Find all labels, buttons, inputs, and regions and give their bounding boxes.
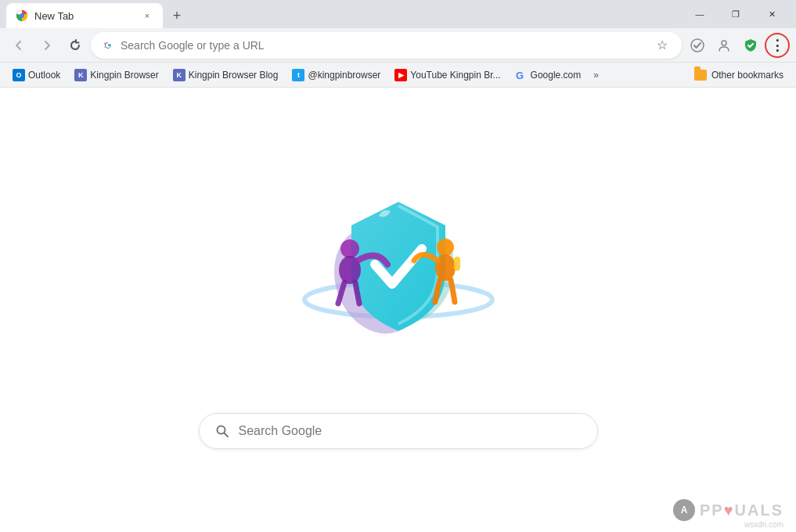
bookmark-kingpin-blog[interactable]: K Kingpin Browser Blog	[167, 66, 285, 84]
toolbar-icons: ⋮	[685, 33, 790, 58]
youtube-favicon: ▶	[394, 69, 407, 81]
folder-icon	[694, 70, 707, 81]
back-button[interactable]	[6, 33, 31, 58]
svg-point-4	[722, 41, 726, 45]
bookmark-youtube-label: YouTube Kingpin Br...	[410, 70, 500, 81]
kingpin-blog-favicon: K	[173, 69, 185, 81]
kingpin-favicon: K	[74, 69, 87, 81]
hero-svg	[289, 171, 508, 366]
other-bookmarks-label: Other bookmarks	[711, 70, 783, 81]
watermark: A PP♥UALS	[673, 499, 783, 521]
green-shield-icon	[743, 38, 758, 53]
url-input[interactable]: Search Google or type a URL	[121, 39, 647, 52]
tab-title: New Tab	[34, 10, 135, 22]
google-favicon: G	[515, 69, 528, 81]
window-controls: — ❐ ✕	[682, 3, 790, 25]
bookmark-google[interactable]: G Google.com	[509, 66, 588, 84]
refresh-button[interactable]	[63, 33, 88, 58]
bookmark-twitter-label: @kingpinbrowser	[308, 70, 380, 81]
svg-point-11	[437, 239, 454, 256]
svg-rect-13	[454, 257, 460, 271]
svg-text:G: G	[516, 70, 524, 81]
bookmark-youtube-kingpin[interactable]: ▶ YouTube Kingpin Br...	[388, 66, 506, 84]
bookmark-twitter[interactable]: t @kingpinbrowser	[286, 66, 387, 84]
watermark-icon: A	[673, 499, 695, 521]
bookmark-star-icon[interactable]: ☆	[657, 38, 668, 52]
url-bar[interactable]: Search Google or type a URL ☆	[91, 32, 682, 59]
svg-point-1	[20, 13, 24, 18]
watermark-brand: PP♥UALS	[700, 501, 783, 519]
bookmark-google-label: Google.com	[531, 70, 582, 81]
search-box[interactable]: Search Google	[199, 413, 598, 449]
bookmark-outlook[interactable]: O Outlook	[6, 66, 67, 84]
browser-tab[interactable]: New Tab ×	[6, 3, 163, 28]
tab-favicon	[16, 9, 28, 22]
main-content: Search Google A PP♥UALS wsxdn.com	[0, 88, 796, 532]
shield-illustration	[289, 171, 508, 366]
person-icon	[717, 38, 731, 52]
bookmark-kingpin[interactable]: K Kingpin Browser	[68, 66, 164, 84]
bookmark-kingpin-label: Kingpin Browser	[90, 70, 158, 81]
svg-point-9	[340, 239, 359, 258]
search-icon	[215, 424, 229, 438]
bookmark-kingpin-blog-label: Kingpin Browser Blog	[189, 70, 279, 81]
wsxdn-label: wsxdn.com	[744, 520, 783, 529]
other-bookmarks-button[interactable]: Other bookmarks	[688, 66, 790, 84]
refresh-icon	[69, 39, 81, 52]
twitter-favicon: t	[292, 69, 304, 81]
bookmarks-more-button[interactable]: »	[589, 66, 603, 84]
browser-menu-button[interactable]: ⋮	[765, 33, 790, 58]
back-icon	[13, 39, 25, 52]
shield-check-icon	[690, 38, 704, 52]
svg-line-15	[224, 433, 228, 437]
minimize-button[interactable]: —	[682, 3, 718, 25]
extension-icon-1[interactable]	[685, 33, 710, 58]
search-input-placeholder: Search Google	[239, 424, 322, 438]
bookmarks-bar: O Outlook K Kingpin Browser K Kingpin Br…	[0, 63, 796, 88]
address-bar: Search Google or type a URL ☆ ⋮	[0, 28, 796, 63]
google-icon	[102, 39, 114, 52]
tab-close-button[interactable]: ×	[141, 9, 153, 22]
maximize-button[interactable]: ❐	[718, 3, 754, 25]
vpn-shield-icon[interactable]	[738, 33, 763, 58]
close-button[interactable]: ✕	[754, 3, 790, 25]
title-bar: New Tab × + — ❐ ✕	[0, 0, 796, 28]
new-tab-button[interactable]: +	[166, 5, 188, 27]
outlook-favicon: O	[13, 69, 25, 81]
menu-dots-icon: ⋮	[770, 38, 784, 52]
bookmark-outlook-label: Outlook	[28, 70, 60, 81]
extension-icon-2[interactable]	[711, 33, 737, 58]
forward-button[interactable]	[34, 33, 59, 58]
forward-icon	[41, 39, 53, 52]
